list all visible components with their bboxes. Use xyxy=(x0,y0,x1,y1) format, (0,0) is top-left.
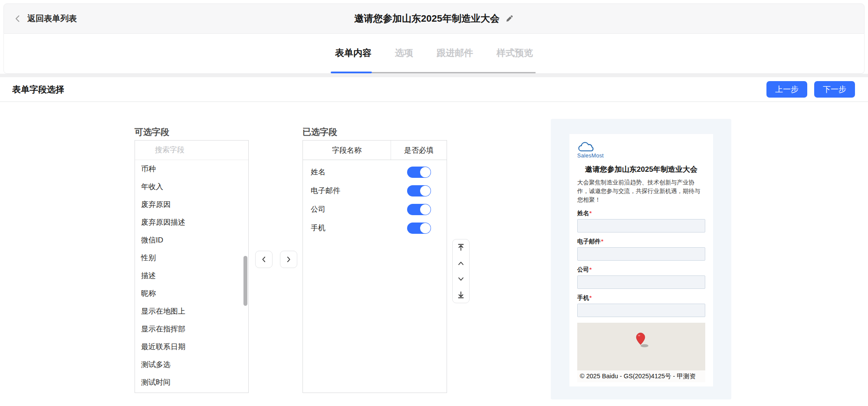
selected-fields-panel: 字段名称 是否必填 姓名 电子邮件 xyxy=(302,140,447,393)
required-asterisk: * xyxy=(601,238,603,245)
available-field-item[interactable]: 性别 xyxy=(135,249,248,267)
selected-fields-label: 已选字段 xyxy=(302,126,337,138)
move-up-button[interactable] xyxy=(453,255,469,272)
chevron-up-icon xyxy=(457,259,465,268)
brand-name: SalesMost xyxy=(577,153,705,159)
prev-step-button[interactable]: 上一步 xyxy=(766,81,807,98)
available-field-item[interactable]: 年收入 xyxy=(135,178,248,196)
required-toggle-cell xyxy=(391,167,447,178)
available-field-item[interactable]: 昵称 xyxy=(135,285,248,302)
map-preview: © 2025 Baidu - GS(2025)4125号 - 甲测资 xyxy=(577,323,705,382)
required-toggle[interactable] xyxy=(407,185,431,196)
section-divider-strip xyxy=(0,74,868,77)
tab-item[interactable]: 选项 xyxy=(395,47,413,59)
top-bar: 返回表单列表 邀请您参加山东2025年制造业大会 xyxy=(3,3,865,34)
selected-fields-rows: 姓名 电子邮件 xyxy=(303,160,447,237)
required-asterisk: * xyxy=(589,210,592,216)
form-preview-panel: SalesMost 邀请您参加山东2025年制造业大会 大会聚焦制造业前沿趋势、… xyxy=(551,119,731,399)
required-toggle[interactable] xyxy=(407,167,431,178)
column-header-required: 是否必填 xyxy=(391,141,447,160)
next-step-button[interactable]: 下一步 xyxy=(814,81,855,98)
available-field-item[interactable]: 微信ID xyxy=(135,231,248,249)
toggle-knob xyxy=(420,186,431,196)
chevron-left-icon xyxy=(260,255,268,263)
chevron-down-icon xyxy=(457,275,465,283)
selected-field-name: 电子邮件 xyxy=(303,186,391,196)
preview-field-group: 公司* xyxy=(577,266,705,289)
required-toggle[interactable] xyxy=(407,223,431,234)
form-title-group: 邀请您参加山东2025年制造业大会 xyxy=(354,12,514,25)
map-attribution: © 2025 Baidu - GS(2025)4125号 - 甲测资 xyxy=(577,370,705,382)
available-field-item[interactable]: 最近联系日期 xyxy=(135,338,248,356)
preview-field-label: 公司* xyxy=(577,266,705,274)
preview-text-input xyxy=(577,219,705,232)
available-field-item[interactable]: 废弃原因描述 xyxy=(135,213,248,231)
available-field-item[interactable]: 测试时间 xyxy=(135,373,248,391)
available-fields-panel: 币种 年收入 废弃原因 废弃原因描述 微信ID 性别 描述 昵称 显示在地图上 … xyxy=(135,140,249,393)
required-asterisk: * xyxy=(589,266,592,273)
arrow-to-bottom-icon xyxy=(457,291,465,299)
preview-form-title: 邀请您参加山东2025年制造业大会 xyxy=(577,164,705,174)
preview-field-label: 电子邮件* xyxy=(577,238,705,246)
required-toggle-cell xyxy=(391,223,447,234)
preview-text-input xyxy=(577,247,705,261)
reorder-button-group xyxy=(452,239,470,303)
available-field-item[interactable]: 币种 xyxy=(135,160,248,178)
tab-bar: 表单内容 选项 跟进邮件 样式预览 xyxy=(4,47,864,59)
selected-field-name: 公司 xyxy=(303,204,391,214)
available-field-item[interactable]: 描述 xyxy=(135,267,248,285)
selected-field-row[interactable]: 公司 xyxy=(303,200,447,219)
arrow-to-top-icon xyxy=(457,243,465,252)
brand-logo: SalesMost xyxy=(577,142,705,159)
toggle-knob xyxy=(420,223,431,233)
available-field-item[interactable]: 显示在指挥部 xyxy=(135,320,248,338)
main-content: 可选字段 已选字段 币种 年收入 废弃原因 废弃原因描述 微信ID 性别 描述 … xyxy=(0,102,868,406)
selected-field-row[interactable]: 电子邮件 xyxy=(303,181,447,200)
cloud-logo-icon xyxy=(577,142,705,152)
map-pin-icon xyxy=(634,332,651,349)
scrollbar-thumb[interactable] xyxy=(243,256,247,306)
preview-field-group: 姓名* xyxy=(577,210,705,232)
preview-text-input xyxy=(577,304,705,317)
active-tab-underline xyxy=(331,72,372,73)
back-label: 返回表单列表 xyxy=(27,13,77,24)
available-field-item[interactable]: 显示在地图上 xyxy=(135,302,248,320)
page-title: 邀请您参加山东2025年制造业大会 xyxy=(354,12,500,25)
selected-field-row[interactable]: 手机 xyxy=(303,219,447,237)
back-to-form-list[interactable]: 返回表单列表 xyxy=(13,13,77,24)
move-to-bottom-button[interactable] xyxy=(453,287,469,303)
selected-field-name: 手机 xyxy=(303,223,391,233)
selected-field-row[interactable]: 姓名 xyxy=(303,163,447,181)
preview-text-input xyxy=(577,275,705,289)
preview-field-label: 姓名* xyxy=(577,210,705,217)
move-down-button[interactable] xyxy=(453,271,469,287)
required-toggle-cell xyxy=(391,185,447,196)
required-toggle[interactable] xyxy=(407,204,431,215)
available-field-item[interactable]: 废弃原因 xyxy=(135,196,248,213)
tab-item[interactable]: 样式预览 xyxy=(496,47,533,59)
selected-fields-header: 字段名称 是否必填 xyxy=(303,141,447,160)
available-field-item[interactable]: 测试多选 xyxy=(135,356,248,373)
preview-field-group: 电子邮件* xyxy=(577,238,705,261)
form-preview-card: SalesMost 邀请您参加山东2025年制造业大会 大会聚焦制造业前沿趋势、… xyxy=(569,134,713,386)
available-fields-list: 币种 年收入 废弃原因 废弃原因描述 微信ID 性别 描述 昵称 显示在地图上 … xyxy=(135,160,248,392)
required-asterisk: * xyxy=(589,295,592,301)
preview-fields: 姓名* 电子邮件* 公司* 手机* xyxy=(577,210,705,317)
selected-field-name: 姓名 xyxy=(303,167,391,177)
step-buttons: 上一步 下一步 xyxy=(766,81,855,98)
toggle-knob xyxy=(420,167,431,177)
column-header-field-name: 字段名称 xyxy=(303,141,391,160)
edit-pencil-icon[interactable] xyxy=(505,14,514,23)
tab-item[interactable]: 表单内容 xyxy=(335,47,372,59)
preview-field-label: 手机* xyxy=(577,294,705,302)
move-right-button[interactable] xyxy=(280,251,297,268)
section-title: 表单字段选择 xyxy=(12,84,64,95)
toggle-knob xyxy=(420,204,431,215)
section-header: 表单字段选择 上一步 下一步 xyxy=(0,77,868,102)
move-left-button[interactable] xyxy=(255,251,273,268)
tab-card: 表单内容 选项 跟进邮件 样式预览 xyxy=(3,34,865,74)
search-input[interactable] xyxy=(135,141,248,160)
move-to-top-button[interactable] xyxy=(453,239,469,255)
tab-item[interactable]: 跟进邮件 xyxy=(437,47,473,59)
chevron-right-icon xyxy=(285,255,293,263)
